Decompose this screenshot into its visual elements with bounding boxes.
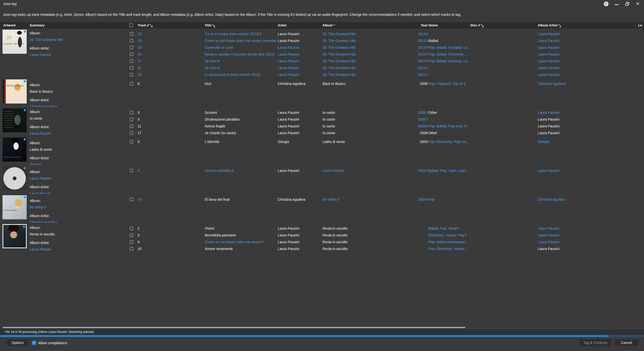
allow-compilations-checkbox[interactable]: ✓: [32, 341, 36, 345]
album-artist-cell[interactable]: Laura Pausini: [538, 51, 636, 58]
column-header-artwork[interactable]: Artwork: [3, 22, 16, 29]
summary-album-value[interactable]: Mi reflejo !: [30, 205, 46, 209]
year-cell[interactable]: 2000 !: [392, 196, 428, 203]
column-header-summary[interactable]: Summary: [30, 22, 45, 29]
year-cell[interactable]: 2013 !: [392, 71, 428, 78]
year-cell[interactable]: 2013 !: [392, 44, 428, 51]
album-cell[interactable]: 20: The Greatest Hits: [323, 58, 390, 65]
column-header-artist[interactable]: Artist: [278, 22, 286, 29]
summary-album-artist-value[interactable]: Giorgia: [30, 163, 41, 165]
column-header-disc[interactable]: Disc # ^3: [470, 22, 484, 29]
track-number-cell[interactable]: 39: [138, 71, 200, 78]
track-checkbox[interactable]: [130, 124, 133, 128]
close-button[interactable]: ✕: [635, 1, 640, 7]
track-checkbox[interactable]: [130, 227, 133, 230]
title-cell[interactable]: Surrender to Love: [205, 44, 276, 51]
album-cell[interactable]: 20: The Greatest Hits: [323, 44, 390, 51]
track-number-cell[interactable]: 3 !: [138, 196, 200, 203]
title-cell[interactable]: Se non te: [205, 65, 276, 71]
select-all-checkbox[interactable]: [129, 23, 133, 27]
track-number-cell[interactable]: 34: [138, 51, 200, 58]
column-header-track[interactable]: Track # ^4: [138, 22, 152, 29]
album-cell[interactable]: 20: The Greatest Hits: [323, 31, 390, 37]
album-artist-cell[interactable]: Laura Pausini: [538, 232, 636, 239]
album-cell[interactable]: 20: The Greatest Hits: [323, 37, 390, 44]
album-artist-cell[interactable]: Christina Aguilera: [538, 80, 636, 87]
title-cell[interactable]: Come se non fosse stato mai amore !: [205, 239, 276, 245]
column-header-album[interactable]: Album ^: [323, 22, 335, 29]
track-number-cell[interactable]: 15: [138, 37, 200, 44]
track-checkbox[interactable]: [130, 247, 133, 250]
track-checkbox[interactable]: [130, 46, 133, 49]
column-header-year[interactable]: Year: [408, 22, 428, 29]
genre-cell[interactable]: Pop; Ballad; Europop; La...: [428, 58, 469, 65]
track-checkbox[interactable]: [130, 82, 133, 85]
track-checkbox[interactable]: [130, 118, 133, 121]
artist-cell[interactable]: Laura Pausini: [278, 65, 321, 71]
genre-cell[interactable]: Pop; Ballad; Electronic; ...: [428, 51, 469, 58]
year-cell[interactable]: 2006 !: [392, 109, 428, 116]
genre-cell[interactable]: Electronic; House; Pop !: [428, 232, 469, 239]
album-artist-cell[interactable]: Giorgia: [538, 138, 636, 145]
genre-cell[interactable]: Ballad; Pop; Vocal !: [428, 225, 469, 232]
column-header-title[interactable]: Title ^5: [205, 22, 215, 29]
track-checkbox[interactable]: [130, 198, 133, 201]
album-artist-cell[interactable]: Laura Pausini: [538, 71, 636, 78]
track-checkbox[interactable]: [130, 59, 133, 63]
year-cell[interactable]: 2013 !: [392, 65, 428, 71]
track-checkbox[interactable]: [130, 169, 133, 172]
track-checkbox[interactable]: [130, 140, 133, 143]
allow-compilations-label[interactable]: Allow compilations: [38, 341, 67, 345]
album-artist-cell[interactable]: Laura Pausini: [538, 65, 636, 71]
album-cell[interactable]: 20: The Greatest Hits: [323, 71, 390, 78]
album-cell[interactable]: 20: The Greatest Hits: [323, 65, 390, 71]
options-button[interactable]: Options: [7, 339, 29, 346]
track-checkbox[interactable]: [130, 240, 133, 244]
year-cell[interactable]: 2013 !: [392, 37, 428, 44]
track-number-cell[interactable]: 37: [138, 65, 200, 71]
album-artist-cell[interactable]: Laura Pausini: [538, 167, 636, 174]
artist-cell[interactable]: Laura Pausini: [278, 44, 321, 51]
artist-cell[interactable]: Laura Pausini: [278, 71, 321, 78]
track-checkbox[interactable]: [130, 111, 133, 114]
column-header-genre[interactable]: Genre: [428, 22, 438, 29]
track-number-cell[interactable]: 20: [138, 44, 200, 51]
title-cell[interactable]: Come se non fosse stato mai amore (remas…: [205, 37, 276, 44]
summary-album-value[interactable]: Laura Pausini: [30, 176, 51, 180]
album-artist-cell[interactable]: Laura Pausini: [538, 44, 636, 51]
album-cell[interactable]: Mi reflejo !: [323, 196, 390, 203]
album-artist-cell[interactable]: Laura Pausini: [538, 58, 636, 65]
year-cell[interactable]: 2006 !: [392, 116, 428, 123]
summary-album-artist-value[interactable]: Christina Aguilera: [30, 105, 57, 107]
album-artist-cell[interactable]: Laura Pausini: [538, 109, 636, 116]
track-checkbox[interactable]: [130, 32, 133, 36]
artist-cell[interactable]: Laura Pausini: [278, 58, 321, 65]
genre-cell[interactable]: Ballad; Pop; Latin; Latin ...: [428, 167, 469, 174]
artist-cell[interactable]: Laura Pausini: [278, 51, 321, 58]
year-cell[interactable]: 2013 !: [392, 31, 428, 37]
album-artist-cell[interactable]: Laura Pausini: [538, 37, 636, 44]
cancel-button[interactable]: Cancel: [614, 339, 639, 346]
album-cell[interactable]: Laura Pausini: [323, 167, 390, 174]
genre-cell[interactable]: Pop; Electronic; Pop roc...: [428, 138, 469, 145]
track-checkbox[interactable]: [130, 66, 133, 70]
track-checkbox[interactable]: [130, 39, 133, 42]
genre-cell[interactable]: Pop: [428, 196, 469, 203]
year-cell[interactable]: 2013 !: [392, 58, 428, 65]
album-artist-cell[interactable]: Christina Aguilera: [538, 196, 636, 203]
summary-album-artist-value[interactable]: Christina Aguilera: [30, 220, 57, 223]
year-cell[interactable]: 2006 !: [392, 123, 428, 130]
column-header-le[interactable]: Le: [638, 22, 642, 29]
track-checkbox[interactable]: [130, 131, 133, 135]
title-cell[interactable]: Amores extraños !: [205, 167, 276, 174]
genre-cell[interactable]: Pop; Pop/rock; Top 40 !; ...: [428, 80, 469, 87]
track-checkbox[interactable]: [130, 233, 133, 237]
tag-continue-button[interactable]: Tag & Continue: [579, 339, 612, 346]
title-cell[interactable]: Tra te e il mare (new version 2013) !: [205, 31, 276, 37]
track-checkbox[interactable]: [130, 73, 133, 76]
title-cell[interactable]: In assenza di te (new version 2013): [205, 71, 276, 78]
horizontal-scrollbar[interactable]: [3, 327, 465, 328]
genre-cell[interactable]: Pop; Electronic; House; ...: [428, 245, 469, 252]
track-number-cell[interactable]: 10: [138, 31, 200, 37]
restore-button[interactable]: [624, 1, 630, 7]
